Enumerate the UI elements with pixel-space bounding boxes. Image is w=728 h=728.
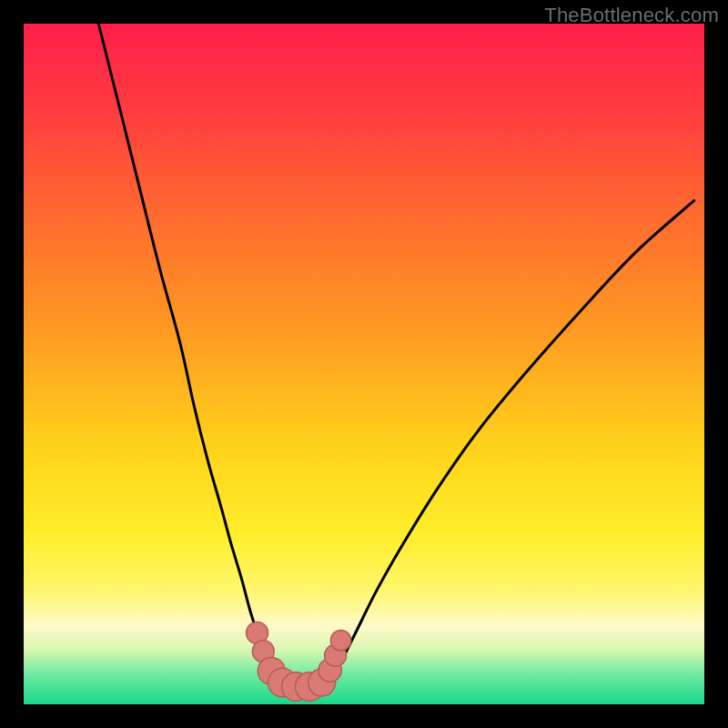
outer-frame: TheBottleneck.com: [0, 0, 728, 728]
gradient-background: [24, 24, 704, 704]
chart-svg: [24, 24, 704, 704]
plot-area: [24, 24, 704, 704]
marker-dot: [330, 630, 350, 650]
